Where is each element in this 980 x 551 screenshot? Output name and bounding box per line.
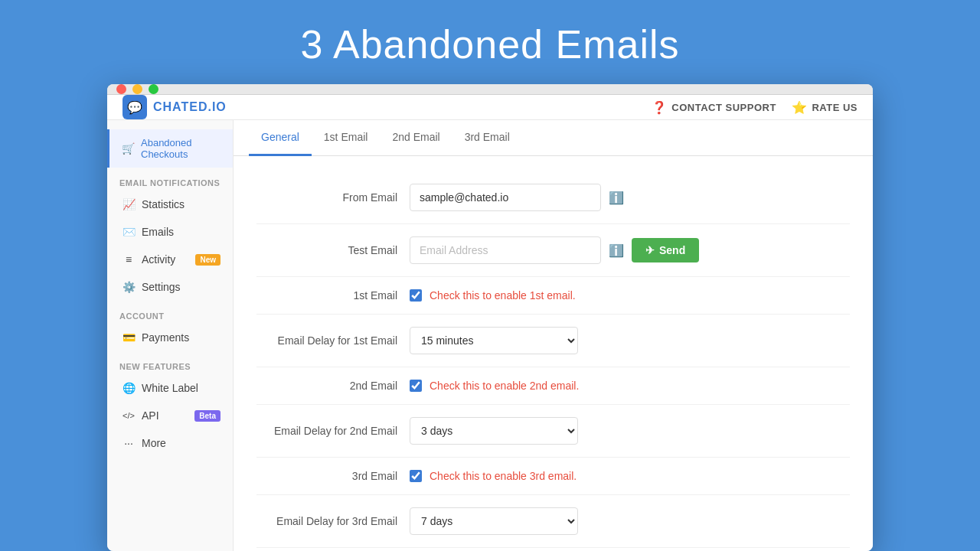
email-2nd-label: 2nd Email xyxy=(256,380,410,392)
sidebar-section-email-notifications: Email Notifications xyxy=(107,168,233,191)
sidebar: 🛒 Abandoned Checkouts Email Notification… xyxy=(107,120,234,551)
code-icon: </> xyxy=(122,411,136,420)
email-2nd-checkbox[interactable] xyxy=(410,380,422,392)
topbar: 💬 CHATED.IO ❓ CONTACT SUPPORT ⭐ RATE US xyxy=(107,95,873,120)
delay-2nd-row: Email Delay for 2nd Email 1 day 2 days 3… xyxy=(256,405,850,458)
tab-2nd-email[interactable]: 2nd Email xyxy=(380,120,452,156)
sidebar-item-settings[interactable]: ⚙️ Settings xyxy=(107,273,233,301)
logo-icon: 💬 xyxy=(122,95,147,119)
star-icon: ⭐ xyxy=(792,100,808,115)
dot-red[interactable] xyxy=(116,84,126,94)
delay-1st-label: Email Delay for 1st Email xyxy=(256,334,410,347)
contact-support-button[interactable]: ❓ CONTACT SUPPORT xyxy=(652,100,776,115)
email-1st-row: 1st Email Check this to enable 1st email… xyxy=(256,277,850,315)
email-2nd-check-text: Check this to enable 2nd email. xyxy=(430,380,579,392)
delay-3rd-row: Email Delay for 3rd Email 3 days 5 days … xyxy=(256,495,850,548)
content: General 1st Email 2nd Email 3rd Email Fr… xyxy=(234,120,873,551)
window: 💬 CHATED.IO ❓ CONTACT SUPPORT ⭐ RATE US … xyxy=(107,84,873,551)
from-email-info-icon[interactable]: ℹ️ xyxy=(609,191,624,205)
titlebar xyxy=(107,84,873,95)
delay-2nd-select[interactable]: 1 day 2 days 3 days 5 days 7 days xyxy=(410,417,578,445)
from-email-row: From Email ℹ️ xyxy=(256,171,850,224)
sidebar-item-label: API xyxy=(142,409,159,422)
email-2nd-row: 2nd Email Check this to enable 2nd email… xyxy=(256,367,850,405)
send-button[interactable]: ✈ Send xyxy=(632,238,699,262)
dot-green[interactable] xyxy=(149,84,158,94)
new-badge: New xyxy=(195,254,220,266)
delay-1st-row: Email Delay for 1st Email 15 minutes 30 … xyxy=(256,315,850,367)
delay-1st-select[interactable]: 15 minutes 30 minutes 1 hour 2 hours xyxy=(410,327,578,354)
sidebar-item-label: Settings xyxy=(142,281,181,293)
logo-text: CHATED.IO xyxy=(153,100,227,114)
email-1st-label: 1st Email xyxy=(256,289,410,302)
sidebar-item-label: Activity xyxy=(142,253,175,266)
rate-us-label: RATE US xyxy=(812,102,858,113)
email-1st-checkbox[interactable] xyxy=(410,289,422,302)
dot-yellow[interactable] xyxy=(132,84,142,94)
tabs-bar: General 1st Email 2nd Email 3rd Email xyxy=(234,120,873,156)
email-icon: ✉️ xyxy=(122,226,136,238)
from-email-label: From Email xyxy=(256,191,410,204)
delay-2nd-control: 1 day 2 days 3 days 5 days 7 days xyxy=(410,417,850,445)
test-email-row: Test Email ℹ️ ✈ Send xyxy=(256,224,850,277)
from-email-control: ℹ️ xyxy=(410,184,850,211)
delay-3rd-control: 3 days 5 days 7 days 14 days xyxy=(410,507,850,535)
sidebar-item-label: Emails xyxy=(142,226,174,238)
beta-badge: Beta xyxy=(194,410,220,422)
test-email-info-icon[interactable]: ℹ️ xyxy=(609,243,624,258)
sidebar-section-account: Account xyxy=(107,301,233,324)
tab-3rd-email[interactable]: 3rd Email xyxy=(452,120,522,156)
email-1st-check-text: Check this to enable 1st email. xyxy=(430,289,576,302)
sidebar-item-activity[interactable]: ≡ Activity New xyxy=(107,246,233,273)
question-icon: ❓ xyxy=(652,100,668,115)
page-title-area: 3 Abandoned Emails xyxy=(0,0,980,84)
sidebar-item-label: Abandoned Checkouts xyxy=(141,137,220,160)
sidebar-item-label: More xyxy=(142,437,166,449)
from-email-input[interactable] xyxy=(410,184,601,211)
logo[interactable]: 💬 CHATED.IO xyxy=(122,95,227,119)
globe-icon: 🌐 xyxy=(122,382,136,394)
payments-icon: 💳 xyxy=(122,331,136,344)
test-email-control: ℹ️ ✈ Send xyxy=(410,236,850,264)
cart-icon: 🛒 xyxy=(122,142,135,155)
delay-2nd-label: Email Delay for 2nd Email xyxy=(256,425,410,437)
activity-icon: ≡ xyxy=(122,253,136,266)
sidebar-item-label: Payments xyxy=(142,331,189,344)
sidebar-item-label: White Label xyxy=(142,382,198,394)
email-3rd-row: 3rd Email Check this to enable 3rd email… xyxy=(256,458,850,495)
chart-icon: 📈 xyxy=(122,198,136,210)
sidebar-item-emails[interactable]: ✉️ Emails xyxy=(107,218,233,246)
sidebar-section-new-features: New Features xyxy=(107,351,233,374)
sidebar-item-statistics[interactable]: 📈 Statistics xyxy=(107,191,233,218)
more-icon: ··· xyxy=(122,437,136,449)
sidebar-item-white-label[interactable]: 🌐 White Label xyxy=(107,374,233,402)
email-3rd-checkbox[interactable] xyxy=(410,470,422,482)
delay-3rd-label: Email Delay for 3rd Email xyxy=(256,515,410,527)
email-3rd-label: 3rd Email xyxy=(256,470,410,482)
form-area: From Email ℹ️ Test Email ℹ️ ✈ Send xyxy=(234,156,873,551)
send-label: Send xyxy=(659,244,685,256)
send-icon: ✈ xyxy=(645,244,655,256)
settings-icon: ⚙️ xyxy=(122,281,136,293)
delay-3rd-select[interactable]: 3 days 5 days 7 days 14 days xyxy=(410,507,578,535)
email-1st-control: Check this to enable 1st email. xyxy=(410,289,576,302)
rate-us-button[interactable]: ⭐ RATE US xyxy=(792,100,858,115)
main-area: 🛒 Abandoned Checkouts Email Notification… xyxy=(107,120,873,551)
page-title: 3 Abandoned Emails xyxy=(300,22,679,67)
topbar-actions: ❓ CONTACT SUPPORT ⭐ RATE US xyxy=(652,100,858,115)
sidebar-item-more[interactable]: ··· More xyxy=(107,429,233,457)
sidebar-item-abandoned-checkouts[interactable]: 🛒 Abandoned Checkouts xyxy=(107,129,233,168)
sidebar-item-payments[interactable]: 💳 Payments xyxy=(107,324,233,351)
delay-1st-control: 15 minutes 30 minutes 1 hour 2 hours xyxy=(410,327,850,354)
sidebar-item-label: Statistics xyxy=(142,198,185,210)
contact-support-label: CONTACT SUPPORT xyxy=(671,102,776,113)
email-2nd-control: Check this to enable 2nd email. xyxy=(410,380,579,392)
tab-1st-email[interactable]: 1st Email xyxy=(312,120,381,156)
test-email-input[interactable] xyxy=(410,236,601,264)
test-email-label: Test Email xyxy=(256,244,410,256)
email-3rd-check-text: Check this to enable 3rd email. xyxy=(430,470,577,482)
email-3rd-control: Check this to enable 3rd email. xyxy=(410,470,577,482)
sidebar-item-api[interactable]: </> API Beta xyxy=(107,402,233,429)
tab-general[interactable]: General xyxy=(249,120,312,156)
